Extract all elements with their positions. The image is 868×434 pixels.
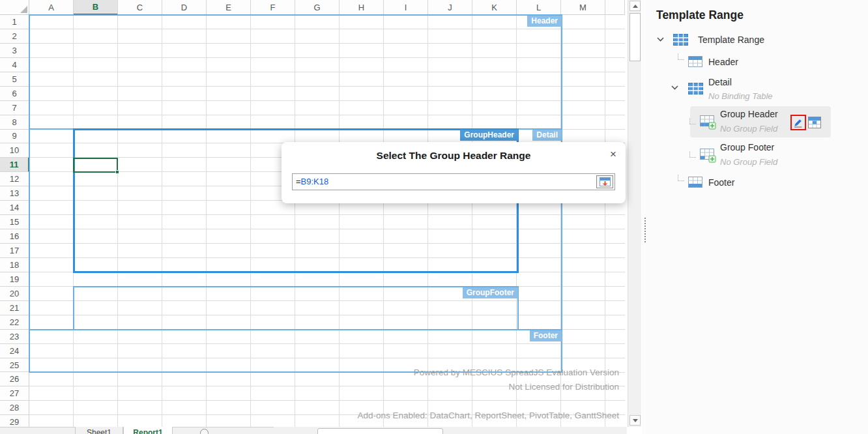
row-header[interactable]: 9	[0, 130, 29, 144]
row-header[interactable]: 25	[0, 358, 29, 373]
row-header[interactable]: 17	[0, 244, 29, 258]
tree-node-group-header-subtitle: No Group Field	[720, 124, 777, 134]
row-header[interactable]: 4	[0, 58, 29, 72]
tree-node-group-footer-subtitle: No Group Field	[720, 157, 777, 167]
range-picker-icon[interactable]	[596, 175, 613, 188]
tree-node-detail-subtitle: No Binding Table	[708, 91, 773, 101]
row-header[interactable]: 26	[0, 373, 29, 387]
column-header[interactable]: M	[561, 0, 605, 15]
column-header[interactable]: L	[517, 0, 561, 15]
group-footer-range-tag[interactable]: GroupFooter	[463, 287, 518, 298]
row-header[interactable]: 21	[0, 301, 29, 315]
row-header[interactable]: 13	[0, 186, 29, 201]
column-header[interactable]: D	[162, 0, 207, 15]
column-header[interactable]: C	[118, 0, 162, 15]
row-header[interactable]: 10	[0, 143, 29, 158]
row-header[interactable]: 2	[0, 29, 29, 44]
column-header[interactable]: J	[428, 0, 472, 15]
row-header[interactable]: 1	[0, 15, 29, 29]
tab-sheet1[interactable]: Sheet1	[75, 427, 123, 434]
range-formula-input[interactable]: =B9:K18	[292, 173, 615, 190]
row-header[interactable]: 23	[0, 330, 29, 344]
corner-triangle-icon	[20, 6, 27, 13]
tree-connector	[689, 118, 696, 124]
formula-equals-prefix: =	[296, 177, 301, 186]
panel-title: Template Range	[656, 8, 744, 22]
panel-resize-handle[interactable]	[644, 218, 646, 242]
column-header[interactable]: E	[207, 0, 251, 15]
tree-connector	[678, 175, 684, 181]
dialog-title: Select The Group Header Range	[282, 150, 626, 162]
column-header[interactable]: A	[29, 0, 74, 15]
evaluation-watermark-line2: Not Licensed for Distribution	[508, 382, 619, 392]
tree-connector	[689, 151, 696, 158]
circle-icon[interactable]	[200, 429, 209, 434]
group-header-range-tag[interactable]: GroupHeader	[460, 130, 518, 141]
row-header[interactable]: 3	[0, 44, 29, 58]
column-header[interactable]: B	[74, 0, 118, 15]
table-icon	[688, 83, 703, 94]
evaluation-watermark-line1: Powered by MESCIUS SpreadJS Evaluation V…	[414, 368, 619, 377]
column-header[interactable]: F	[251, 0, 295, 15]
column-header[interactable]: I	[384, 0, 428, 15]
row-header[interactable]: 15	[0, 215, 29, 229]
addons-watermark: Add-ons Enabled: DataChart, ReportSheet,…	[358, 411, 620, 420]
row-header[interactable]: 7	[0, 101, 29, 115]
scroll-up-button[interactable]	[629, 1, 641, 11]
field-selector-icon[interactable]	[808, 117, 821, 128]
header-range-tag[interactable]: Header	[527, 16, 562, 27]
scroll-down-button[interactable]	[629, 415, 641, 426]
row-header[interactable]: 11	[0, 158, 29, 172]
spreadjs-report-designer: ABCDEFGHIJKLM 12345678910111213141516171…	[0, 0, 868, 434]
tree-node-header[interactable]: Header	[708, 57, 738, 67]
row-header[interactable]: 12	[0, 172, 29, 186]
row-header[interactable]: 27	[0, 386, 29, 401]
table-icon	[688, 177, 702, 188]
table-icon	[673, 34, 688, 46]
close-icon[interactable]: ×	[610, 148, 616, 161]
column-header[interactable]: G	[295, 0, 340, 15]
table-icon	[688, 56, 702, 67]
tree-node-footer[interactable]: Footer	[708, 177, 734, 188]
tab-report1[interactable]: Report1	[123, 427, 173, 434]
row-header[interactable]: 24	[0, 344, 29, 358]
detail-range-tag[interactable]: Detail	[532, 130, 562, 141]
tree-node-detail[interactable]: Detail	[708, 77, 732, 87]
row-header[interactable]: 14	[0, 201, 29, 215]
vertical-scrollbar-thumb[interactable]	[629, 13, 641, 61]
row-header[interactable]: 16	[0, 229, 29, 244]
select-all-corner[interactable]	[0, 0, 29, 15]
column-header[interactable]	[605, 0, 625, 15]
chevron-down-icon[interactable]	[671, 85, 678, 90]
tree-connector	[678, 53, 684, 60]
row-header[interactable]: 5	[0, 72, 29, 87]
horizontal-scrollbar-thumb[interactable]	[317, 428, 443, 434]
tree-node-group-footer[interactable]: Group Footer	[720, 142, 774, 152]
column-header[interactable]: K	[472, 0, 517, 15]
fill-handle[interactable]	[115, 170, 119, 174]
row-header[interactable]: 19	[0, 272, 29, 287]
footer-range-tag[interactable]: Footer	[530, 330, 562, 341]
formula-range-value: B9:K18	[301, 177, 329, 186]
column-header[interactable]: H	[340, 0, 384, 15]
chevron-down-icon[interactable]	[657, 37, 664, 42]
table-plus-icon	[700, 149, 716, 163]
active-cell-b11[interactable]	[73, 158, 118, 173]
annotation-red-box[interactable]	[790, 115, 806, 130]
select-group-header-range-dialog: Select The Group Header Range × =B9:K18	[282, 142, 626, 203]
table-plus-icon	[700, 115, 716, 130]
row-header[interactable]: 20	[0, 287, 29, 301]
pencil-icon[interactable]	[793, 117, 803, 128]
template-range-panel	[642, 0, 868, 434]
row-header[interactable]: 6	[0, 87, 29, 101]
row-header[interactable]: 8	[0, 115, 29, 130]
tree-node-group-header[interactable]: Group Header	[720, 109, 778, 119]
row-header[interactable]: 22	[0, 315, 29, 330]
triangle-down-icon	[633, 419, 638, 422]
vertical-scrollbar[interactable]	[628, 0, 641, 427]
row-header[interactable]: 28	[0, 401, 29, 415]
tree-node-template-range[interactable]: Template Range	[698, 35, 764, 45]
triangle-up-icon	[633, 5, 638, 8]
row-header[interactable]: 18	[0, 258, 29, 272]
